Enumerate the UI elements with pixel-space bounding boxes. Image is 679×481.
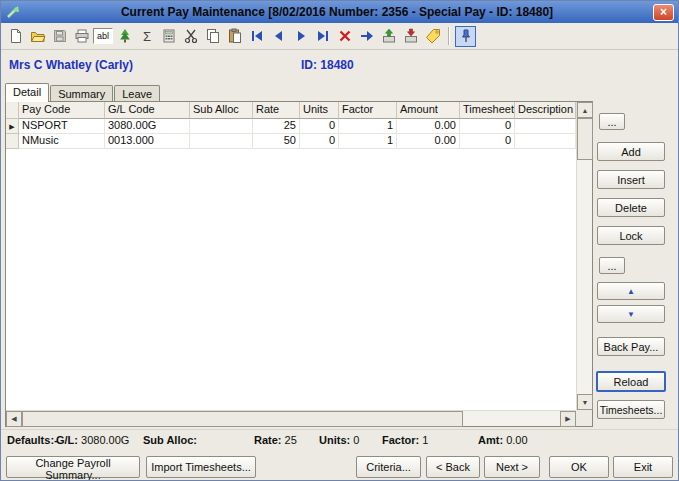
column-header-timesheets[interactable]: Timesheets: [460, 102, 515, 119]
back-pay-button[interactable]: Back Pay...: [597, 337, 665, 356]
grid-cell[interactable]: [190, 134, 253, 149]
exit-button[interactable]: Exit: [613, 456, 673, 478]
print-icon[interactable]: [71, 26, 92, 47]
close-button[interactable]: ×: [653, 4, 674, 21]
defaults-label: Defaults:-: [7, 434, 58, 446]
reload-button[interactable]: Reload: [596, 371, 666, 392]
grid-cell[interactable]: 50: [253, 134, 300, 149]
current-pay-maintenance-window: Current Pay Maintenance [8/02/2016 Numbe…: [0, 0, 679, 481]
grid-cell[interactable]: 0: [460, 119, 515, 134]
insert-button[interactable]: Insert: [597, 170, 665, 189]
save-icon[interactable]: [49, 26, 70, 47]
column-header-sub-alloc[interactable]: Sub Alloc: [190, 102, 253, 119]
grid-cell[interactable]: NSPORT: [19, 119, 105, 134]
scroll-up-icon[interactable]: ▲: [577, 102, 593, 118]
last-record-icon[interactable]: [312, 26, 333, 47]
ellipsis-top-button[interactable]: ...: [599, 113, 625, 130]
tab-leave[interactable]: Leave: [114, 85, 160, 102]
paste-icon[interactable]: [224, 26, 245, 47]
tree-icon[interactable]: [114, 26, 135, 47]
tab-strip: Detail Summary Leave: [5, 83, 161, 102]
add-button[interactable]: Add: [597, 142, 665, 161]
vertical-scrollbar[interactable]: ▲ ▼: [576, 102, 592, 410]
grid-cell[interactable]: 0.00: [397, 134, 460, 149]
employee-bar: Mrs C Whatley (Carly) ID: 18480: [1, 51, 678, 77]
delete-button[interactable]: Delete: [597, 198, 665, 217]
row-selector[interactable]: [6, 134, 19, 149]
vertical-scroll-track[interactable]: [577, 118, 592, 394]
import-timesheets-button[interactable]: Import Timesheets...: [146, 456, 256, 478]
column-header-rate[interactable]: Rate: [253, 102, 300, 119]
next-button[interactable]: Next >: [484, 456, 540, 478]
first-record-icon[interactable]: [246, 26, 267, 47]
table-row[interactable]: ▶ NSPORT 3080.00G 25 0 1 0.00 0: [6, 119, 576, 134]
grid-cell[interactable]: 0.00: [397, 119, 460, 134]
change-payroll-summary-button[interactable]: Change Payroll Summary...: [6, 456, 140, 478]
goto-record-icon[interactable]: [356, 26, 377, 47]
new-document-icon[interactable]: [5, 26, 26, 47]
export-icon[interactable]: [378, 26, 399, 47]
horizontal-scroll-thumb[interactable]: [22, 411, 463, 427]
toolbar: abl Σ: [1, 23, 678, 50]
cut-icon[interactable]: [180, 26, 201, 47]
units-label: Units:: [319, 434, 350, 446]
scroll-left-icon[interactable]: ◀: [6, 411, 22, 427]
grid-cell[interactable]: 1: [339, 134, 397, 149]
formula-icon[interactable]: Σ: [136, 26, 157, 47]
tag-icon[interactable]: [422, 26, 443, 47]
open-folder-icon[interactable]: [27, 26, 48, 47]
ellipsis-mid-button[interactable]: ...: [599, 257, 625, 274]
column-header-amount[interactable]: Amount: [397, 102, 460, 119]
grid-cell[interactable]: [190, 119, 253, 134]
employee-name: Mrs C Whatley (Carly): [9, 58, 133, 72]
amt-label: Amt:: [478, 434, 503, 446]
column-header-pay-code[interactable]: Pay Code: [19, 102, 105, 119]
vertical-scroll-thumb[interactable]: [577, 118, 593, 160]
column-header-gl-code[interactable]: G/L Code: [105, 102, 190, 119]
import-icon[interactable]: [400, 26, 421, 47]
scroll-right-icon[interactable]: ▶: [560, 411, 576, 427]
next-record-icon[interactable]: [290, 26, 311, 47]
table-row[interactable]: NMusic 0013.000 50 0 1 0.00 0: [6, 134, 576, 149]
ok-button[interactable]: OK: [549, 456, 609, 478]
tab-detail[interactable]: Detail: [5, 83, 49, 102]
horizontal-scroll-track[interactable]: [22, 411, 560, 426]
grid-cell[interactable]: 0013.000: [105, 134, 190, 149]
calculator-icon[interactable]: [158, 26, 179, 47]
sub-alloc-label: Sub Alloc:: [143, 434, 197, 446]
delete-record-icon[interactable]: [334, 26, 355, 47]
lock-button[interactable]: Lock: [597, 226, 665, 245]
factor-value: 1: [422, 434, 428, 446]
column-header-units[interactable]: Units: [300, 102, 339, 119]
grid-cell[interactable]: 1: [339, 119, 397, 134]
field-abl-toggle[interactable]: abl: [93, 28, 113, 44]
move-up-button[interactable]: ▲: [597, 282, 665, 300]
grid-cell[interactable]: 25: [253, 119, 300, 134]
grid-cell[interactable]: 3080.00G: [105, 119, 190, 134]
criteria-button[interactable]: Criteria...: [356, 456, 421, 478]
titlebar[interactable]: Current Pay Maintenance [8/02/2016 Numbe…: [1, 1, 678, 23]
grid-cell[interactable]: 0: [300, 119, 339, 134]
back-button[interactable]: < Back: [426, 456, 480, 478]
scroll-down-icon[interactable]: ▼: [577, 394, 593, 410]
move-down-button[interactable]: ▼: [597, 305, 665, 323]
pin-icon[interactable]: [455, 26, 476, 47]
status-amt: Amt: 0.00: [478, 434, 528, 446]
copy-icon[interactable]: [202, 26, 223, 47]
app-icon: [5, 4, 21, 20]
column-header-factor[interactable]: Factor: [339, 102, 397, 119]
grid-cell[interactable]: [515, 134, 576, 149]
grid-cell[interactable]: 0: [300, 134, 339, 149]
grid-cell[interactable]: [515, 119, 576, 134]
amt-value: 0.00: [506, 434, 527, 446]
previous-record-icon[interactable]: [268, 26, 289, 47]
horizontal-scrollbar[interactable]: ◀ ▶: [6, 410, 576, 426]
grid-cell[interactable]: 0: [460, 134, 515, 149]
rate-value: 25: [285, 434, 297, 446]
column-header-description[interactable]: Description: [515, 102, 576, 119]
grid-cell[interactable]: NMusic: [19, 134, 105, 149]
tab-summary[interactable]: Summary: [50, 85, 113, 102]
row-selector[interactable]: ▶: [6, 119, 19, 134]
toolbar-separator: [448, 27, 450, 45]
timesheets-button[interactable]: Timesheets...: [597, 400, 665, 419]
